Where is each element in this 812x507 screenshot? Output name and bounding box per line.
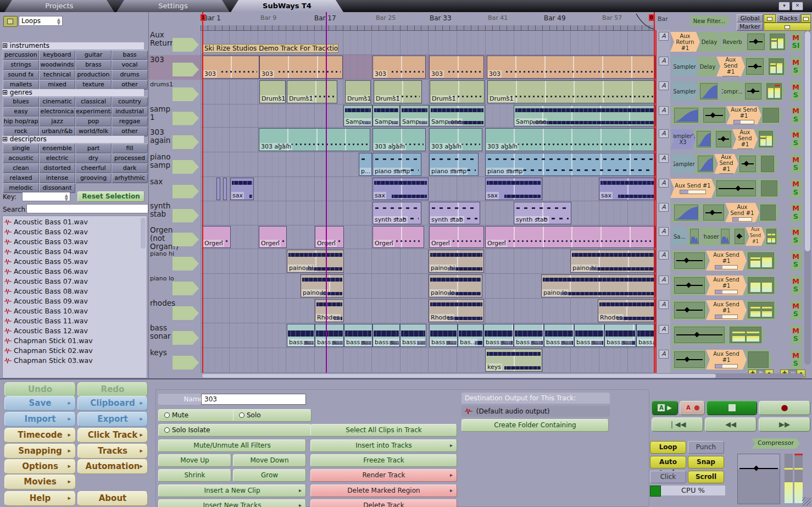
clip-paino-hi[interactable]: paino hi xyxy=(287,250,344,273)
track-input-chevron-icon[interactable] xyxy=(173,282,199,295)
solo-button[interactable]: S xyxy=(793,139,798,147)
menu-help-button[interactable]: Help xyxy=(4,491,76,506)
tag-button-ensemble[interactable]: ensemble xyxy=(39,144,75,153)
clip-samp-[interactable]: Samp ... xyxy=(400,105,429,126)
automation-button[interactable]: A xyxy=(659,57,669,65)
track-delete-marked-region-button[interactable]: Delete Marked Region xyxy=(310,484,457,497)
edit-end-marker-line[interactable] xyxy=(654,12,655,373)
clip-303-again[interactable]: 303 again xyxy=(259,128,370,151)
file-item[interactable]: Chapman Stick 01.wav xyxy=(4,336,93,346)
track-input-chevron-icon[interactable] xyxy=(173,160,199,174)
loop-file-list[interactable]: Acoustic Bass 01.wavAcoustic Bass 02.wav… xyxy=(2,216,147,378)
clip-drums1[interactable]: Drums1 xyxy=(430,80,485,103)
track-header-orgen-not-organ-[interactable]: Orgen (not Organ!) xyxy=(148,225,201,249)
clip-rhodes[interactable]: Rhodes xyxy=(315,299,344,322)
clip-synth-stab[interactable]: synth stab xyxy=(372,202,421,224)
menu-import-button[interactable]: Import xyxy=(4,412,76,427)
track-header-piano-lo[interactable]: piano lo xyxy=(148,274,201,299)
filter-volume-pan[interactable] xyxy=(670,350,709,370)
tag-button-texture[interactable]: texture xyxy=(75,80,112,90)
solo-button[interactable]: S xyxy=(793,213,798,221)
collection-spinner-icon[interactable]: ▲▼ xyxy=(57,18,60,25)
tag-button-brass[interactable]: brass xyxy=(75,60,112,70)
tag-button-sound-fx[interactable]: sound fx xyxy=(3,70,39,80)
solo-button[interactable]: S xyxy=(793,236,798,244)
toggle-snap[interactable]: Snap xyxy=(688,456,724,469)
key-spinner-icon[interactable]: ▲▼ xyxy=(65,194,68,201)
compressor-filter-tag[interactable]: Compressor xyxy=(752,438,800,449)
clip-303-again[interactable]: 303 again xyxy=(372,128,426,151)
clip-paino-hi[interactable]: paino hi xyxy=(429,250,484,273)
collection-select[interactable]: Loops ▲▼ xyxy=(19,16,63,26)
toggle-scroll[interactable]: Scroll xyxy=(688,471,724,483)
mute-button[interactable]: M xyxy=(792,302,799,310)
marker-button[interactable]: Marker xyxy=(737,23,763,31)
track-header-303-again[interactable]: 303 again xyxy=(148,128,201,152)
search-input[interactable] xyxy=(26,204,148,213)
clip-bas-[interactable]: bas... xyxy=(458,324,483,347)
track-input-chevron-icon[interactable] xyxy=(173,257,199,271)
horizontal-scrollbar-thumb[interactable] xyxy=(202,374,716,378)
clip-ski-rize-studios-demo-track-for-tracktion-3[interactable]: Ski Rize Studios Demo Track For Tracktio… xyxy=(202,44,338,53)
filter-level-meter[interactable] xyxy=(726,325,765,345)
track-header-samp-1[interactable]: samp 1 xyxy=(148,104,201,128)
filter-level-meter[interactable] xyxy=(763,81,786,101)
clip-orgen[interactable]: Orgen xyxy=(485,226,655,248)
menu-export-button[interactable]: Export xyxy=(77,412,148,427)
track-move-down-button[interactable]: Move Down xyxy=(233,454,306,467)
clip-sax[interactable]: sax xyxy=(372,178,429,200)
file-item[interactable]: Acoustic Bass 07.wav xyxy=(4,277,88,286)
file-item[interactable]: Acoustic Bass 11.wav xyxy=(4,316,88,326)
filter-aux-send[interactable]: Aux Send #1 xyxy=(706,251,747,271)
solo-button[interactable]: S xyxy=(793,115,798,123)
track-move-up-button[interactable]: Move Up xyxy=(158,454,231,467)
window-close-icon[interactable]: ✕ xyxy=(792,2,803,10)
tag-button-country[interactable]: country xyxy=(112,97,148,107)
clip-bass-s-[interactable]: bass s... xyxy=(372,324,400,347)
toggle-loop[interactable]: Loop xyxy=(650,441,686,454)
horizontal-scrollbar[interactable] xyxy=(202,373,804,378)
filter-aux-send[interactable]: Aux Send #1 xyxy=(706,300,747,320)
filter-level-meter[interactable] xyxy=(757,154,778,174)
mute-button[interactable]: M xyxy=(792,107,799,115)
tag-button-dry[interactable]: dry xyxy=(75,153,112,163)
clip-paino-lo[interactable]: paino lo xyxy=(541,274,655,297)
start-marker-flag[interactable]: 1 xyxy=(201,14,205,21)
loop-range-icon[interactable] xyxy=(764,14,776,23)
track-header-rhodes[interactable]: rhodes xyxy=(148,299,201,323)
automation-button[interactable]: A xyxy=(659,350,669,359)
menu-tracks-button[interactable]: Tracks xyxy=(77,444,148,459)
filter-aux-send[interactable]: Aux Send #1 xyxy=(706,275,747,295)
filter-aux-send[interactable]: Aux Send #1 xyxy=(746,227,765,246)
tag-button-distorted[interactable]: distorted xyxy=(39,163,75,173)
filter-level-meter[interactable] xyxy=(744,300,778,320)
solo-button[interactable]: S xyxy=(793,285,798,293)
filter-plugin-curve[interactable] xyxy=(693,129,715,149)
clip-303-again[interactable]: 303 again xyxy=(485,128,655,151)
solo-button[interactable]: S xyxy=(793,261,798,268)
browser-mode-icon[interactable] xyxy=(3,16,18,27)
clip-bass-s-[interactable]: bass s... xyxy=(483,324,514,347)
clip-sax[interactable]: sax xyxy=(230,178,254,200)
filter-aux-return-1[interactable]: Aux Return #1 xyxy=(670,32,700,52)
mute-button[interactable]: M xyxy=(792,131,799,139)
file-item[interactable]: Acoustic Bass 06.wav xyxy=(4,267,88,277)
fast-forward-button[interactable]: ▶▶ xyxy=(759,417,810,432)
create-folder-button[interactable]: Create Folder Containing xyxy=(461,419,609,432)
filter-sa-[interactable]: Sa... xyxy=(670,227,689,246)
clip-rhodes[interactable]: Rhodes xyxy=(429,299,484,322)
clip-p-[interactable]: p... xyxy=(359,153,372,176)
track-mute-unmute-all-filters-button[interactable]: Mute/Unmute All Filters xyxy=(158,439,306,452)
filter-volume-pan[interactable] xyxy=(670,251,709,271)
filter-phaser[interactable]: Phaser xyxy=(700,227,720,246)
clip-303[interactable]: 303 xyxy=(372,56,426,79)
clip-sax[interactable]: sax xyxy=(599,178,655,200)
mute-button[interactable]: M xyxy=(792,205,799,212)
file-item[interactable]: Acoustic Bass 01.wav xyxy=(4,217,88,227)
filter-aux-send[interactable]: Aux Send #1 xyxy=(706,350,747,370)
clip-orgen[interactable]: Orgen xyxy=(372,226,424,248)
track-header-keys[interactable]: keys xyxy=(148,348,201,373)
automation-button[interactable]: A xyxy=(659,300,669,309)
tag-button-classical[interactable]: classical xyxy=(75,97,112,107)
automation-button[interactable]: A xyxy=(659,251,669,260)
